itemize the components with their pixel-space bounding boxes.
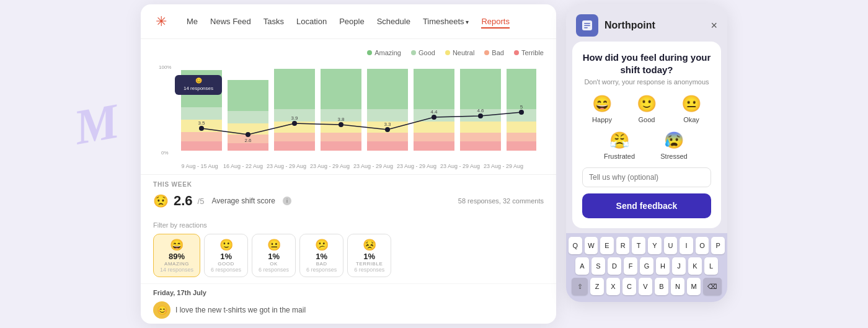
filter-ok-count: 6 responses <box>259 267 289 273</box>
x-label-5: 23 Aug - 29 Aug <box>395 163 438 169</box>
key-t[interactable]: T <box>632 237 645 254</box>
svg-text:4.6: 4.6 <box>477 108 484 113</box>
key-s[interactable]: S <box>591 257 605 275</box>
info-icon[interactable]: i <box>283 197 291 205</box>
emotion-okay[interactable]: 😐 Okay <box>671 94 711 123</box>
key-x[interactable]: X <box>606 278 620 295</box>
nav-news-feed[interactable]: News Feed <box>210 14 251 29</box>
legend-amazing: Amazing <box>367 49 401 56</box>
key-o[interactable]: O <box>696 237 709 254</box>
filter-good[interactable]: 🙂 1% GOOD 6 responses <box>204 234 248 277</box>
x-label-2: 23 Aug - 29 Aug <box>265 163 308 169</box>
filter-ok-emoji: 😐 <box>267 238 281 252</box>
close-icon[interactable]: × <box>711 19 717 32</box>
key-n[interactable]: N <box>671 278 684 295</box>
emotion-stressed-emoji: 😰 <box>664 131 684 150</box>
key-i[interactable]: I <box>680 237 693 254</box>
key-u[interactable]: U <box>664 237 678 254</box>
filter-terrible-tag: TERRIBLE <box>356 261 383 267</box>
emotion-okay-emoji: 😐 <box>681 94 701 113</box>
key-l[interactable]: L <box>704 257 718 275</box>
key-e[interactable]: E <box>600 237 614 254</box>
filter-bad-pct: 1% <box>316 252 327 261</box>
key-d[interactable]: D <box>608 257 621 275</box>
key-m[interactable]: M <box>687 278 701 295</box>
filter-amazing-emoji: 😄 <box>170 238 184 252</box>
key-r[interactable]: R <box>616 237 630 254</box>
svg-rect-62 <box>584 23 590 24</box>
key-y[interactable]: Y <box>648 237 662 254</box>
week-label: THIS WEEK <box>153 181 544 188</box>
legend-neutral: Neutral <box>445 49 474 56</box>
svg-point-43 <box>246 132 250 137</box>
svg-rect-31 <box>414 141 454 151</box>
filter-good-tag: GOOD <box>218 261 234 267</box>
navbar: ✳ Me News Feed Tasks Location People Sch… <box>141 4 556 39</box>
svg-point-49 <box>519 110 524 115</box>
phone-panel: Northpoint × How did you feel during you… <box>566 4 727 302</box>
key-p[interactable]: P <box>711 237 725 254</box>
filter-ok[interactable]: 😐 1% OK 6 responses <box>252 234 296 277</box>
week-score-row: 😟 2.6 /5 Average shift score i 58 respon… <box>153 193 544 209</box>
phone-app-icon <box>576 14 598 37</box>
svg-rect-26 <box>367 141 408 151</box>
comment-row: 😊 I love the new t-shirts we got in the … <box>153 301 544 319</box>
nav-logo: ✳ <box>156 14 167 30</box>
nav-tasks[interactable]: Tasks <box>264 14 284 29</box>
emotion-stressed-label: Stressed <box>660 153 687 160</box>
svg-rect-34 <box>460 122 501 133</box>
filter-label: Filter by reactions <box>153 221 544 229</box>
legend-bad: Bad <box>484 49 504 56</box>
svg-text:3.3: 3.3 <box>384 122 391 127</box>
filter-terrible[interactable]: 😣 1% TERRIBLE 6 responses <box>347 234 391 277</box>
key-g[interactable]: G <box>640 257 653 275</box>
emotion-frustrated[interactable]: 😤 Frustrated <box>595 131 644 160</box>
nav-timesheets[interactable]: Timesheets <box>423 14 469 29</box>
score-emoji: 😟 <box>153 193 169 208</box>
key-f[interactable]: F <box>624 257 637 275</box>
filter-bad[interactable]: 😕 1% BAD 6 responses <box>299 234 343 277</box>
svg-rect-7 <box>228 80 268 111</box>
x-label-1: 16 Aug - 22 Aug <box>221 163 265 169</box>
backspace-icon[interactable]: ⌫ <box>703 278 722 295</box>
key-h[interactable]: H <box>656 257 670 275</box>
feedback-input[interactable] <box>582 167 711 187</box>
legend-good: Good <box>411 49 435 56</box>
nav-people[interactable]: People <box>339 14 364 29</box>
nav-me[interactable]: Me <box>187 14 198 29</box>
score-label: Average shift score <box>211 197 275 205</box>
app-panel: ✳ Me News Feed Tasks Location People Sch… <box>141 4 556 324</box>
emotion-good[interactable]: 🙂 Good <box>627 94 666 123</box>
chart-legend: Amazing Good Neutral Bad Terrible <box>153 49 544 56</box>
key-c[interactable]: C <box>622 278 636 295</box>
key-z[interactable]: Z <box>590 278 604 295</box>
week-section: THIS WEEK 😟 2.6 /5 Average shift score i… <box>141 174 556 215</box>
svg-rect-64 <box>584 27 588 29</box>
key-a[interactable]: A <box>575 257 589 275</box>
key-w[interactable]: W <box>585 237 598 254</box>
svg-rect-20 <box>321 133 361 141</box>
filter-row: 😄 89% AMAZING 14 responses 🙂 1% GOOD 6 r… <box>153 234 544 277</box>
key-shift[interactable]: ⇧ <box>572 278 588 295</box>
emotion-happy[interactable]: 😄 Happy <box>582 94 622 123</box>
svg-point-42 <box>199 126 204 131</box>
svg-point-48 <box>478 113 483 118</box>
svg-rect-15 <box>274 133 315 141</box>
key-q[interactable]: Q <box>569 237 582 254</box>
chart-x-labels: 9 Aug - 15 Aug 16 Aug - 22 Aug 23 Aug - … <box>153 161 544 169</box>
key-b[interactable]: B <box>655 278 668 295</box>
svg-rect-36 <box>460 141 501 151</box>
emotion-stressed[interactable]: 😰 Stressed <box>649 131 699 160</box>
filter-amazing[interactable]: 😄 89% AMAZING 14 responses <box>153 234 200 277</box>
key-j[interactable]: J <box>672 257 686 275</box>
filter-amazing-tag: AMAZING <box>164 261 189 267</box>
key-v[interactable]: V <box>639 278 652 295</box>
send-feedback-button[interactable]: Send feedback <box>582 193 711 218</box>
svg-rect-35 <box>460 133 501 141</box>
nav-schedule[interactable]: Schedule <box>377 14 410 29</box>
key-k[interactable]: K <box>688 257 702 275</box>
nav-reports[interactable]: Reports <box>481 14 510 29</box>
nav-location[interactable]: Location <box>296 14 327 29</box>
svg-text:4.4: 4.4 <box>430 109 438 115</box>
emotion-happy-emoji: 😄 <box>592 94 612 113</box>
